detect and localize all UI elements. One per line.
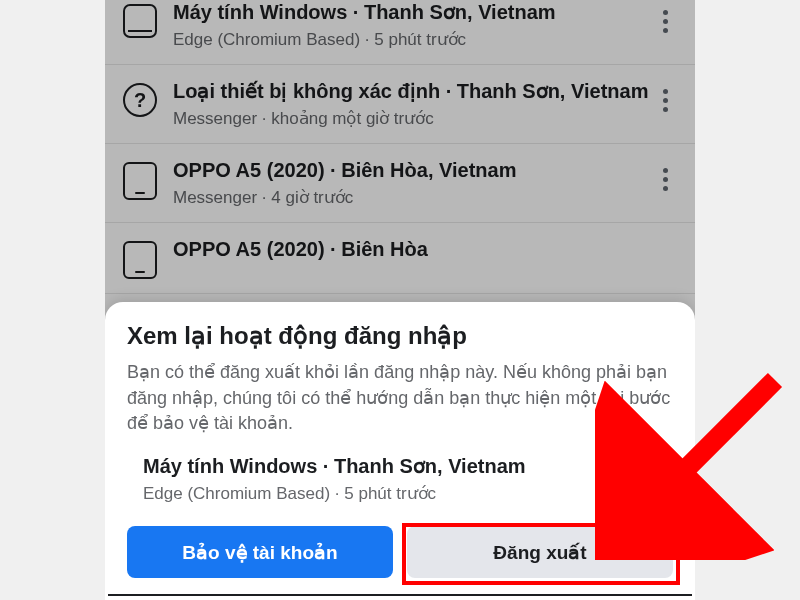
session-text: OPPO A5 (2020) · Biên Hòa, Vietnam Messe… (173, 158, 651, 208)
sheet-session-text: Máy tính Windows · Thanh Sơn, Vietnam Ed… (143, 454, 526, 504)
kebab-icon[interactable] (651, 79, 679, 122)
session-title: Loại thiết bị không xác định · Thanh Sơn… (173, 79, 651, 104)
protect-account-button[interactable]: Bảo vệ tài khoản (127, 526, 393, 578)
sheet-session-title: Máy tính Windows · Thanh Sơn, Vietnam (143, 454, 526, 479)
sheet-title: Xem lại hoạt động đăng nhập (127, 322, 673, 350)
session-sub: Edge (Chromium Based) · 5 phút trước (173, 29, 651, 50)
button-row: Bảo vệ tài khoản Đăng xuất (127, 526, 673, 578)
session-row[interactable]: Máy tính Windows · Thanh Sơn, Vietnam Ed… (105, 0, 695, 65)
mobile-icon (123, 241, 157, 279)
mobile-icon (123, 162, 157, 200)
session-text: Máy tính Windows · Thanh Sơn, Vietnam Ed… (173, 0, 651, 50)
session-sub: Messenger · khoảng một giờ trước (173, 108, 651, 129)
session-row[interactable]: OPPO A5 (2020) · Biên Hòa (105, 223, 695, 294)
phone-frame: Máy tính Windows · Thanh Sơn, Vietnam Ed… (105, 0, 695, 600)
sheet-session-sub: Edge (Chromium Based) · 5 phút trước (143, 483, 526, 504)
question-icon (123, 83, 157, 117)
sheet-session: Máy tính Windows · Thanh Sơn, Vietnam Ed… (127, 454, 673, 504)
session-text: Loại thiết bị không xác định · Thanh Sơn… (173, 79, 651, 129)
monitor-icon (123, 4, 157, 38)
session-title: Máy tính Windows · Thanh Sơn, Vietnam (173, 0, 651, 25)
session-row[interactable]: OPPO A5 (2020) · Biên Hòa, Vietnam Messe… (105, 144, 695, 223)
kebab-icon[interactable] (651, 158, 679, 201)
session-text: OPPO A5 (2020) · Biên Hòa (173, 237, 679, 262)
kebab-icon[interactable] (651, 0, 679, 43)
session-title: OPPO A5 (2020) · Biên Hòa (173, 237, 679, 262)
session-sub: Messenger · 4 giờ trước (173, 187, 651, 208)
logout-button[interactable]: Đăng xuất (407, 526, 673, 578)
session-title: OPPO A5 (2020) · Biên Hòa, Vietnam (173, 158, 651, 183)
sheet-description: Bạn có thể đăng xuất khỏi lần đăng nhập … (127, 360, 673, 436)
session-row[interactable]: Loại thiết bị không xác định · Thanh Sơn… (105, 65, 695, 144)
bottom-sheet: Xem lại hoạt động đăng nhập Bạn có thể đ… (105, 302, 695, 600)
